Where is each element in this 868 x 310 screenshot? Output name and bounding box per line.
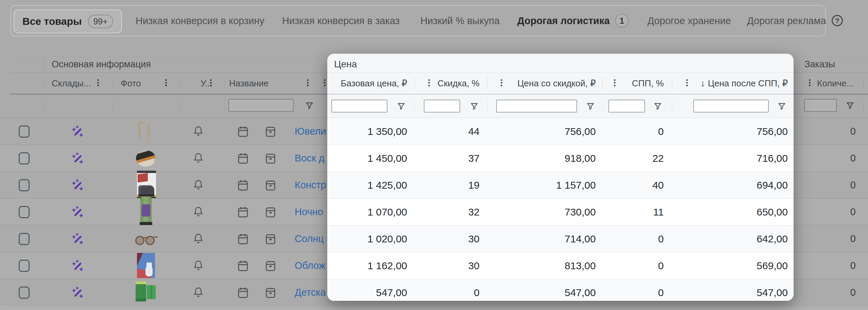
filter-funnel-icon[interactable] [653, 102, 662, 111]
tab-expensive-storage[interactable]: Дорогое хранение [647, 6, 731, 36]
bell-icon[interactable] [192, 206, 205, 218]
row-checkbox[interactable] [19, 260, 30, 272]
spp-filter-input[interactable] [608, 100, 645, 113]
archive-box-icon[interactable] [264, 286, 277, 299]
column-menu-icon[interactable] [97, 79, 99, 81]
archive-box-icon[interactable] [264, 152, 277, 165]
discount-filter-input[interactable] [424, 100, 460, 113]
column-header-price-after-spp[interactable]: ↓ Цена после СПП, ₽ [672, 72, 794, 94]
archive-box-icon[interactable] [264, 178, 277, 192]
product-photo[interactable] [135, 121, 157, 142]
column-menu-icon[interactable] [809, 79, 811, 81]
tab-low-order-conversion[interactable]: Низкая конверсия в заказ [282, 6, 400, 36]
column-menu-icon[interactable] [324, 79, 326, 81]
magic-wand-icon[interactable] [70, 259, 85, 273]
column-header-discount[interactable]: Скидка, % [414, 72, 487, 94]
column-header-quantity[interactable]: Количе... [817, 72, 854, 94]
column-header-photo[interactable]: Фото [121, 72, 141, 94]
magic-wand-icon[interactable] [70, 151, 85, 166]
name-filter-input[interactable] [228, 99, 294, 112]
filter-divider [414, 99, 415, 112]
magic-wand-icon[interactable] [70, 124, 85, 139]
archive-box-icon[interactable] [264, 259, 277, 273]
tab-expensive-ads[interactable]: Дорогая реклама [747, 6, 826, 36]
product-photo[interactable] [140, 197, 152, 227]
product-photo[interactable] [137, 253, 155, 278]
product-name-link[interactable]: Ночно [295, 199, 327, 225]
row-checkbox[interactable] [19, 179, 30, 191]
column-menu-icon[interactable] [307, 79, 309, 81]
bell-icon[interactable] [192, 286, 205, 299]
row-checkbox[interactable] [19, 233, 30, 245]
product-photo[interactable] [137, 171, 156, 200]
filter-tabs-bar: Все товары 99+ Низкая конверсия в корзин… [10, 5, 826, 36]
bell-icon[interactable] [192, 152, 205, 165]
calendar-icon[interactable] [236, 125, 250, 138]
archive-box-icon[interactable] [264, 232, 277, 246]
filter-funnel-icon[interactable] [470, 102, 479, 111]
tab-all-products[interactable]: Все товары 99+ [14, 10, 122, 33]
row-checkbox[interactable] [19, 152, 30, 165]
filter-funnel-icon[interactable] [846, 101, 855, 110]
magic-wand-icon[interactable] [70, 286, 85, 300]
column-menu-icon[interactable] [165, 79, 167, 81]
filter-divider [224, 99, 225, 113]
bell-icon[interactable] [192, 232, 205, 245]
archive-box-icon[interactable] [264, 125, 277, 138]
discounted-price-filter-input[interactable] [496, 100, 577, 113]
price-after-spp-cell: 756,00 [672, 118, 794, 145]
magic-wand-icon[interactable] [70, 205, 85, 219]
calendar-icon[interactable] [236, 232, 250, 246]
column-menu-icon[interactable] [210, 79, 212, 81]
calendar-icon[interactable] [236, 152, 250, 165]
discount-cell: 37 [414, 145, 487, 172]
column-header-discounted-price[interactable]: Цена со скидкой, ₽ [487, 72, 602, 94]
filter-funnel-icon[interactable] [777, 102, 786, 111]
product-name-link[interactable]: Детска [295, 279, 327, 306]
price-after-spp-cell: 569,00 [672, 253, 794, 279]
product-photo[interactable] [135, 234, 158, 246]
product-photo[interactable] [136, 150, 156, 167]
base-price-cell: 1 162,00 [327, 253, 414, 279]
column-divider [224, 77, 225, 90]
price-row: 1 070,00 32 730,00 11 650,00 [327, 199, 794, 225]
calendar-icon[interactable] [236, 286, 250, 299]
bell-icon[interactable] [192, 179, 205, 191]
quantity-filter-input[interactable] [804, 99, 837, 112]
tab-low-buyout[interactable]: Низкий % выкупа [420, 6, 500, 36]
calendar-icon[interactable] [236, 178, 250, 192]
column-header-spp[interactable]: СПП, % [602, 72, 672, 94]
tab-expensive-logistics[interactable]: Дорогая логистика 1 [517, 6, 629, 36]
row-checkbox[interactable] [19, 125, 30, 138]
row-checkbox[interactable] [19, 287, 30, 299]
base-price-filter-input[interactable] [331, 100, 387, 113]
product-name-link[interactable]: Воск д [295, 145, 327, 171]
product-name-link[interactable]: Облож [295, 252, 327, 279]
filter-funnel-icon[interactable] [397, 102, 406, 111]
calendar-icon[interactable] [236, 259, 250, 273]
base-price-cell: 1 020,00 [327, 226, 414, 252]
column-header-base-price[interactable]: Базовая цена, ₽ [327, 72, 414, 94]
filter-divider [799, 99, 800, 113]
price-after-spp-filter-input[interactable] [693, 100, 769, 113]
column-header-warehouses[interactable]: Склады... [52, 72, 91, 94]
row-checkbox[interactable] [19, 206, 30, 218]
calendar-icon[interactable] [236, 205, 250, 219]
magic-wand-icon[interactable] [70, 232, 85, 246]
bell-icon[interactable] [192, 259, 205, 272]
help-icon[interactable]: ? [832, 15, 843, 26]
filter-funnel-icon[interactable] [586, 102, 595, 111]
magic-wand-icon[interactable] [70, 178, 85, 192]
product-name-link[interactable]: Констр [295, 172, 327, 198]
column-header-notifications[interactable]: У... [201, 72, 212, 94]
archive-box-icon[interactable] [264, 205, 277, 219]
tab-low-cart-conversion[interactable]: Низкая конверсия в корзину [136, 6, 264, 36]
column-header-name[interactable]: Название [229, 72, 268, 94]
filter-funnel-icon[interactable] [305, 101, 314, 110]
product-name-link[interactable]: Ювели [295, 118, 327, 144]
base-price-cell: 1 070,00 [327, 199, 414, 225]
product-name-link[interactable]: Солнц [295, 225, 327, 252]
product-photo[interactable] [136, 281, 156, 304]
bell-icon[interactable] [192, 125, 205, 138]
filter-divider [44, 99, 44, 113]
